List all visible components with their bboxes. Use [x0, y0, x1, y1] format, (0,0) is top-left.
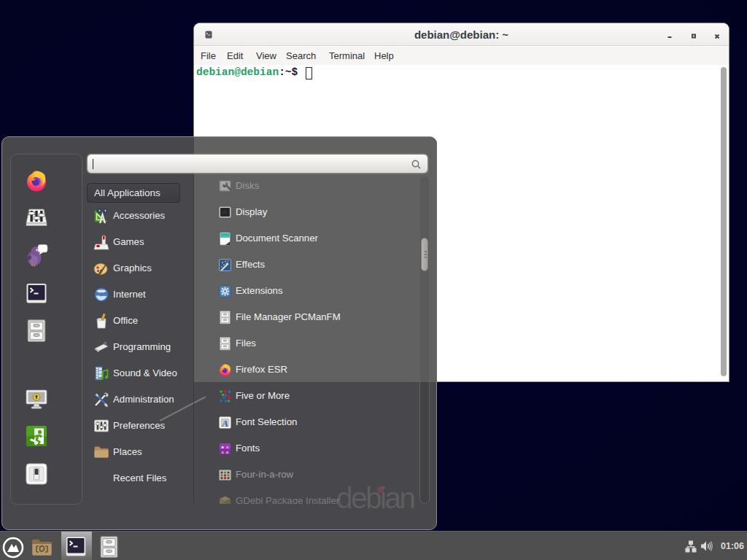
svg-text:a: a — [226, 449, 229, 455]
svg-text:A: A — [221, 418, 228, 429]
